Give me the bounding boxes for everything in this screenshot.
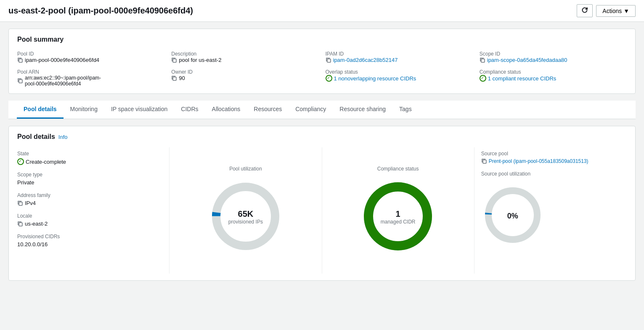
- address-family-field: Address family IPv4: [17, 192, 162, 206]
- description-label: Description: [171, 51, 196, 57]
- summary-grid: Pool ID ipam-pool-000e9fe40906e6fd4 Desc…: [17, 50, 627, 63]
- source-pool-col: Source pool Prent-pool (ipam-pool-055a18…: [474, 147, 627, 274]
- locale-copy-icon[interactable]: [17, 221, 23, 227]
- page-header: us-east-2-pool (ipam-pool-000e9fe40906e6…: [0, 0, 644, 22]
- overlap-check-icon: [326, 75, 332, 82]
- ipam-id-link[interactable]: ipam-0ad2d6cac28b52147: [333, 57, 398, 63]
- svg-rect-7: [19, 223, 22, 226]
- pool-utilization-col: Pool utilization 65K provisioned IPs: [170, 147, 322, 274]
- ipam-id-label: IPAM ID: [326, 51, 344, 57]
- ipam-id-field: IPAM ID ipam-0ad2d6cac28b52147: [326, 50, 473, 63]
- compliance-status-label: Compliance status: [480, 69, 521, 75]
- svg-rect-6: [19, 202, 22, 205]
- pool-arn-field: Pool ARN arn:aws:ec2::90~:ipam-pool/ipam…: [17, 68, 164, 87]
- scope-id-field: Scope ID ipam-scope-0a65da45fedadaa80: [480, 50, 627, 63]
- source-pool-label: Source pool: [481, 151, 627, 157]
- compliance-chart: 1 managed CIDR: [360, 178, 436, 255]
- scope-id-link[interactable]: ipam-scope-0a65da45fedadaa80: [487, 57, 567, 63]
- header-actions: Actions ▼: [577, 4, 636, 17]
- scope-type-label: Scope type: [17, 172, 162, 178]
- description-value: pool for us-east-2: [179, 57, 221, 63]
- overlap-status-label: Overlap status: [326, 69, 358, 75]
- tab-pool-details[interactable]: Pool details: [17, 101, 64, 119]
- state-value: Create-complete: [26, 159, 66, 165]
- pool-utilization-donut-label: 65K provisioned IPs: [228, 209, 263, 225]
- tab-resource-sharing[interactable]: Resource sharing: [333, 101, 392, 119]
- svg-rect-3: [481, 59, 485, 62]
- svg-rect-2: [327, 59, 331, 62]
- pool-utilization-sub: provisioned IPs: [228, 219, 263, 225]
- compliance-status-link[interactable]: 1 compliant resource CIDRs: [488, 75, 557, 82]
- pool-details-section-title: Pool details Info: [17, 133, 627, 141]
- state-label: State: [17, 151, 162, 157]
- source-pool-field: Source pool Prent-pool (ipam-pool-055a18…: [481, 151, 627, 164]
- ipv4-copy-icon[interactable]: [17, 200, 23, 206]
- info-link[interactable]: Info: [58, 134, 68, 140]
- compliance-chart-label: Compliance status: [377, 166, 419, 172]
- overlap-status-field: Overlap status 1 nonoverlapping resource…: [326, 68, 473, 87]
- address-family-label: Address family: [17, 192, 162, 198]
- pool-id-label: Pool ID: [17, 51, 34, 57]
- compliance-check-icon: [480, 75, 486, 82]
- description-field: Description pool for us-east-2: [171, 50, 318, 63]
- locale-value: us-east-2: [25, 221, 48, 227]
- pool-summary-card: Pool summary Pool ID ipam-pool-000e9fe40…: [8, 29, 636, 94]
- pool-summary-title: Pool summary: [17, 36, 627, 43]
- pool-utilization-chart: 65K provisioned IPs: [208, 178, 284, 255]
- address-family-value: IPv4: [25, 200, 36, 206]
- pool-utilization-label: Pool utilization: [229, 166, 262, 172]
- state-check-icon: [17, 158, 24, 165]
- pool-id-copy-icon[interactable]: [17, 57, 23, 63]
- tab-cidrs[interactable]: CIDRs: [174, 101, 205, 119]
- source-pool-utilization-number: 0%: [507, 211, 518, 220]
- pool-arn-label: Pool ARN: [17, 69, 39, 75]
- tab-monitoring[interactable]: Monitoring: [64, 101, 104, 119]
- source-pool-utilization-label: Source pool utilization: [481, 171, 627, 177]
- owner-id-copy-icon[interactable]: [171, 75, 177, 81]
- state-field: State Create-complete: [17, 151, 162, 165]
- pool-details-section: Pool details Info State Create-complete …: [8, 126, 636, 281]
- locale-field: Locale us-east-2: [17, 213, 162, 227]
- compliance-sub: managed CIDR: [381, 219, 416, 225]
- locale-label: Locale: [17, 213, 162, 219]
- overlap-status-link[interactable]: 1 nonoverlapping resource CIDRs: [334, 75, 416, 82]
- pool-id-value: ipam-pool-000e9fe40906e6fd4: [25, 57, 99, 63]
- provisioned-cidrs-field: Provisioned CIDRs 10.20.0.0/16: [17, 234, 162, 248]
- tab-compliancy[interactable]: Compliancy: [289, 101, 333, 119]
- actions-button[interactable]: Actions ▼: [596, 5, 636, 17]
- summary-grid-row2: Pool ARN arn:aws:ec2::90~:ipam-pool/ipam…: [17, 68, 627, 87]
- owner-id-value: 90: [179, 75, 185, 81]
- tab-tags[interactable]: Tags: [392, 101, 419, 119]
- main-content: Pool summary Pool ID ipam-pool-000e9fe40…: [0, 22, 644, 287]
- source-pool-link[interactable]: Prent-pool (ipam-pool-055a183509a031513): [489, 158, 588, 164]
- ipam-id-copy-icon[interactable]: [326, 57, 331, 63]
- svg-rect-0: [19, 59, 22, 62]
- scope-id-label: Scope ID: [480, 51, 500, 57]
- tabs: Pool details Monitoring IP space visuali…: [17, 101, 627, 119]
- pool-utilization-number: 65K: [228, 209, 263, 219]
- compliance-status-field: Compliance status 1 compliant resource C…: [480, 68, 627, 87]
- tab-ip-space[interactable]: IP space visualization: [104, 101, 174, 119]
- scope-id-copy-icon[interactable]: [480, 57, 485, 63]
- scope-type-field: Scope type Private: [17, 172, 162, 186]
- scope-type-value: Private: [17, 179, 162, 186]
- svg-rect-1: [173, 59, 176, 62]
- source-pool-copy-icon[interactable]: [481, 158, 487, 164]
- provisioned-cidrs-label: Provisioned CIDRs: [17, 234, 162, 240]
- description-copy-icon[interactable]: [171, 57, 177, 63]
- pool-arn-value: arn:aws:ec2::90~:ipam-pool/ipam-pool-000…: [25, 75, 101, 87]
- refresh-button[interactable]: [577, 4, 593, 17]
- tab-allocations[interactable]: Allocations: [205, 101, 247, 119]
- provisioned-cidrs-value: 10.20.0.0/16: [17, 241, 162, 248]
- svg-rect-12: [483, 160, 486, 163]
- owner-id-label: Owner ID: [171, 69, 193, 75]
- source-pool-utilization-chart: 0%: [481, 184, 544, 248]
- svg-rect-4: [19, 80, 22, 83]
- compliance-donut-label: 1 managed CIDR: [381, 209, 416, 225]
- pool-arn-copy-icon[interactable]: [17, 78, 23, 84]
- compliance-status-col: Compliance status 1 managed CIDR: [322, 147, 474, 274]
- source-pool-utilization-donut-label: 0%: [507, 211, 518, 220]
- tab-resources[interactable]: Resources: [247, 101, 289, 119]
- svg-rect-5: [173, 77, 176, 80]
- compliance-number: 1: [381, 209, 416, 219]
